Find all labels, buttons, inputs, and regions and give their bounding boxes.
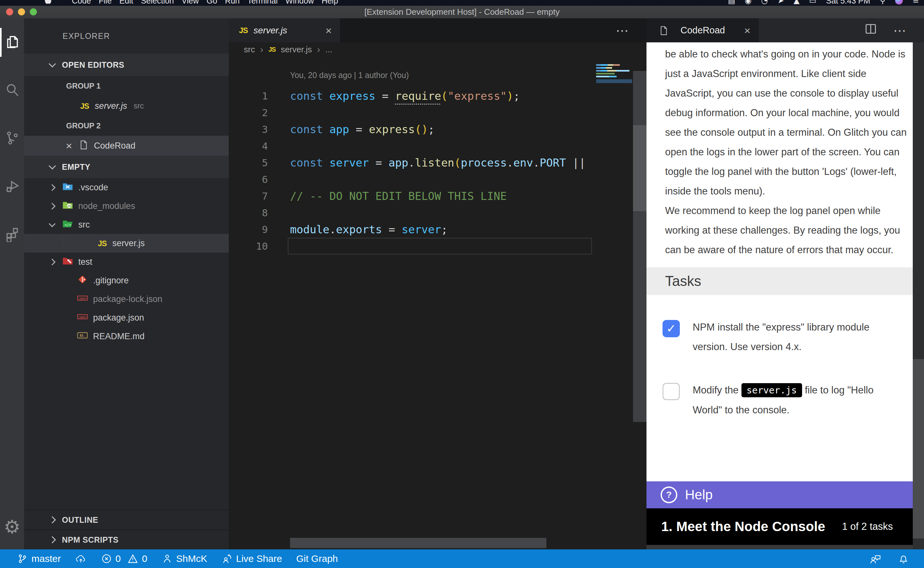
menu-item-selection[interactable]: Selection xyxy=(141,0,174,6)
activity-run-debug-button[interactable] xyxy=(0,163,24,211)
line-number: 3 xyxy=(229,124,268,135)
line-number: 8 xyxy=(229,207,268,219)
cursor-icon[interactable]: ➤ xyxy=(777,0,784,5)
person-icon xyxy=(161,554,173,564)
play-icon[interactable]: ▲ xyxy=(794,0,799,5)
tab-coderoad[interactable]: CodeRoad × xyxy=(647,18,759,42)
status-0[interactable]: 0 xyxy=(101,553,121,564)
code-line-9: 9module.exports = server; xyxy=(229,221,647,238)
menu-items: CodeFileEditSelectionViewGoRunTerminalWi… xyxy=(72,0,338,6)
js-icon: JS xyxy=(268,46,276,53)
vertical-scrollbar[interactable] xyxy=(633,71,647,422)
task-row-1: ✓NPM install the "express" library modul… xyxy=(663,317,913,357)
close-icon[interactable]: × xyxy=(744,25,751,36)
keyboard-icon[interactable]: ▤ xyxy=(728,0,736,5)
status-live-share[interactable]: Live Share xyxy=(222,553,282,564)
tree-item-label: .vscode xyxy=(78,183,108,193)
battery-icon[interactable]: ▭ xyxy=(809,0,817,5)
tree-item--gitignore[interactable]: .gitignore xyxy=(24,271,229,290)
lesson-footer-button[interactable]: 1. Meet the Node Console 1 of 2 tasks xyxy=(647,508,913,545)
js-icon: JS xyxy=(80,101,95,111)
chevron-right-icon xyxy=(49,202,56,209)
spotlight-icon[interactable]: ⚲ xyxy=(880,0,885,5)
menu-item-view[interactable]: View xyxy=(182,0,199,6)
code-text: const server = app.listen(process.env.PO… xyxy=(268,156,585,169)
folder-root-header[interactable]: EMPTY xyxy=(24,156,229,178)
close-icon[interactable]: × xyxy=(325,25,332,36)
menu-item-window[interactable]: Window xyxy=(285,0,314,6)
window-close-button[interactable] xyxy=(6,8,13,15)
activity-source-control-button[interactable] xyxy=(0,115,24,163)
menubar-clock[interactable]: Sat 5:43 PM xyxy=(826,0,870,6)
tree-item-src[interactable]: </>src xyxy=(24,215,229,234)
tree-item-server-js[interactable]: JSserver.js xyxy=(24,234,229,252)
npm-icon: npm xyxy=(77,293,93,305)
activity-extensions-button[interactable] xyxy=(0,211,24,259)
tree-item--vscode[interactable]: .vscode xyxy=(24,178,229,197)
more-actions-icon[interactable]: ⋯ xyxy=(893,23,906,38)
status-bell-icon[interactable] xyxy=(898,554,909,564)
menu-item-terminal[interactable]: Terminal xyxy=(247,0,277,6)
tree-item-package-lock-json[interactable]: npmpackage-lock.json xyxy=(24,290,229,308)
activity-search-button[interactable] xyxy=(0,66,24,115)
menu-item-run[interactable]: Run xyxy=(225,0,240,6)
status-feedback-icon[interactable] xyxy=(870,554,881,564)
task-checkbox-2[interactable] xyxy=(663,383,680,400)
menu-item-code[interactable]: Code xyxy=(72,0,91,6)
code-line-4: 4 xyxy=(229,137,647,154)
tree-item-readme-md[interactable]: M↓README.md xyxy=(24,327,229,346)
tab-server-js[interactable]: JS server.js × xyxy=(229,18,340,42)
open-editor-coderoad[interactable]: ×CodeRoad xyxy=(24,136,229,156)
tree-item-package-json[interactable]: npmpackage.json xyxy=(24,308,229,327)
shield-icon[interactable]: ◉ xyxy=(745,0,752,5)
minimap[interactable] xyxy=(596,64,632,83)
open-editors-header[interactable]: OPEN EDITORS xyxy=(24,54,229,76)
apple-menu-icon[interactable] xyxy=(44,0,52,5)
outline-panel-header[interactable]: OUTLINE xyxy=(24,510,229,529)
scrollbar-thumb[interactable] xyxy=(913,359,924,538)
window-minimize-button[interactable] xyxy=(18,8,25,15)
code-editor[interactable]: You, 20 days ago | 1 author (You) 1const… xyxy=(229,56,647,549)
inline-code-chip: server.js xyxy=(742,383,802,397)
files-icon xyxy=(5,34,20,51)
feedback-icon xyxy=(870,554,881,564)
menu-item-help[interactable]: Help xyxy=(321,0,338,6)
tree-item-test[interactable]: test xyxy=(24,252,229,271)
status-master[interactable]: master xyxy=(17,553,61,564)
help-section-button[interactable]: ? Help xyxy=(647,481,913,508)
code-line-10: 10 xyxy=(229,238,647,254)
open-editor-label: server.js xyxy=(95,101,127,111)
codelens-annotation[interactable]: You, 20 days ago | 1 author (You) xyxy=(290,71,409,80)
open-editor-server-js[interactable]: JSserver.jssrc xyxy=(24,96,229,116)
npm-scripts-panel-header[interactable]: NPM SCRIPTS xyxy=(24,529,229,549)
close-icon[interactable]: × xyxy=(66,140,72,151)
status-shmck[interactable]: ShMcK xyxy=(161,553,207,564)
line-number: 5 xyxy=(229,157,268,168)
webview-scrollbar[interactable] xyxy=(913,42,924,549)
window-zoom-button[interactable] xyxy=(30,8,37,15)
menu-item-file[interactable]: File xyxy=(99,0,112,6)
code-text: const express = require("express"); xyxy=(268,89,520,103)
more-actions-icon[interactable]: ⋯ xyxy=(616,23,629,38)
control-center-icon[interactable]: ≡ xyxy=(912,0,919,5)
activity-manage-button[interactable]: ⚙ xyxy=(0,505,24,549)
breadcrumb-src[interactable]: src xyxy=(244,45,255,54)
siri-icon[interactable] xyxy=(895,0,903,5)
menu-item-edit[interactable]: Edit xyxy=(119,0,133,6)
status-git-graph[interactable]: Git Graph xyxy=(296,553,338,564)
tree-item-node-modules[interactable]: JSnode_modules xyxy=(24,197,229,215)
dnd-icon[interactable]: ◔ xyxy=(761,0,768,5)
code-text: // -- DO NOT EDIT BELOW THIS LINE xyxy=(268,190,507,202)
horizontal-scrollbar-thumb[interactable] xyxy=(290,538,546,548)
scrollbar-thumb[interactable] xyxy=(633,125,647,211)
breadcrumb-file[interactable]: server.js xyxy=(281,45,312,54)
breadcrumb-symbol[interactable]: ... xyxy=(325,45,332,54)
split-editor-icon[interactable] xyxy=(865,23,877,38)
activity-explorer-button[interactable] xyxy=(0,18,24,66)
task-checkbox-1[interactable]: ✓ xyxy=(663,320,680,337)
status-sync-icon[interactable] xyxy=(75,554,87,564)
menu-item-go[interactable]: Go xyxy=(207,0,217,6)
tutorial-text: be able to check what's going on in your… xyxy=(647,42,913,260)
status-0[interactable]: 0 xyxy=(127,553,147,564)
svg-text:M↓: M↓ xyxy=(80,334,85,338)
